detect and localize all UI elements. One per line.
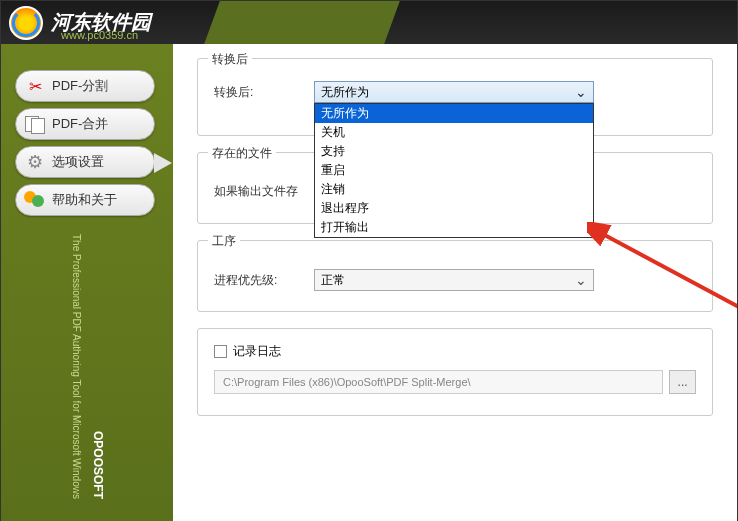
sidebar: ✂ PDF-分割 PDF-合并 ⚙ 选项设置 帮助和关于 The Profess…: [1, 44, 173, 521]
help-icon: [24, 189, 46, 211]
dropdown-after-convert: 无所作为 关机 支持 重启 注销 退出程序 打开输出: [314, 103, 594, 238]
scissors-icon: ✂: [24, 75, 46, 97]
header-subtitle: www.pc0359.cn: [61, 29, 138, 41]
nav-options[interactable]: ⚙ 选项设置: [15, 146, 155, 178]
nav-label: 选项设置: [52, 153, 104, 171]
dropdown-option[interactable]: 注销: [315, 180, 593, 199]
select-after-convert[interactable]: 无所作为: [314, 81, 594, 103]
fieldset-process: 工序 进程优先级: 正常: [197, 240, 713, 312]
fieldset-log: 记录日志 C:\Program Files (x86)\OpooSoft\PDF…: [197, 328, 713, 416]
input-log-path[interactable]: C:\Program Files (x86)\OpooSoft\PDF Spli…: [214, 370, 663, 394]
header-tab-shape: [204, 1, 400, 44]
nav-label: 帮助和关于: [52, 191, 117, 209]
browse-button[interactable]: ...: [669, 370, 696, 394]
nav-label: PDF-合并: [52, 115, 108, 133]
nav-label: PDF-分割: [52, 77, 108, 95]
dropdown-option[interactable]: 无所作为: [315, 104, 593, 123]
legend-existing-file: 存在的文件: [208, 145, 276, 162]
sidebar-tagline: The Professional PDF Authoring Tool for …: [69, 234, 83, 499]
dropdown-option[interactable]: 打开输出: [315, 218, 593, 237]
checkbox-log[interactable]: [214, 345, 227, 358]
gear-icon: ⚙: [24, 151, 46, 173]
nav-pdf-split[interactable]: ✂ PDF-分割: [15, 70, 155, 102]
dropdown-option[interactable]: 关机: [315, 123, 593, 142]
legend-process: 工序: [208, 233, 240, 250]
app-header: 河东软件园 www.pc0359.cn: [1, 1, 737, 44]
content-panel: 转换后 转换后: 无所作为 无所作为 关机 支持 重启 注销 退出: [173, 44, 737, 521]
nav-pdf-merge[interactable]: PDF-合并: [15, 108, 155, 140]
label-existing-file: 如果输出文件存: [214, 183, 314, 200]
sidebar-brand: OPOOSOFT: [91, 431, 105, 499]
fieldset-after-convert: 转换后 转换后: 无所作为 无所作为 关机 支持 重启 注销 退出: [197, 58, 713, 136]
dropdown-option[interactable]: 退出程序: [315, 199, 593, 218]
label-priority: 进程优先级:: [214, 272, 314, 289]
merge-icon: [24, 113, 46, 135]
logo-icon: [9, 6, 43, 40]
dropdown-option[interactable]: 重启: [315, 161, 593, 180]
select-priority[interactable]: 正常: [314, 269, 594, 291]
dropdown-option[interactable]: 支持: [315, 142, 593, 161]
label-log: 记录日志: [233, 343, 281, 360]
label-after-convert: 转换后:: [214, 84, 314, 101]
nav-help[interactable]: 帮助和关于: [15, 184, 155, 216]
legend-after-convert: 转换后: [208, 51, 252, 68]
